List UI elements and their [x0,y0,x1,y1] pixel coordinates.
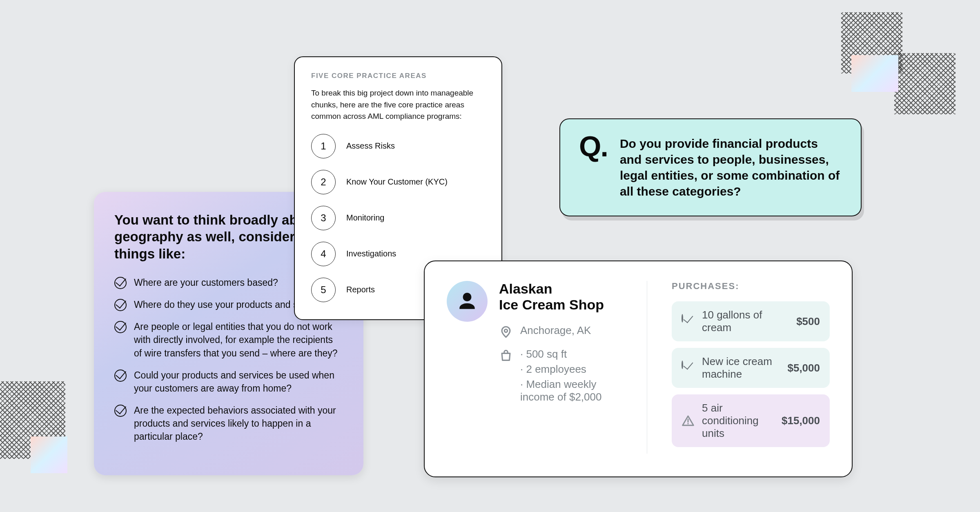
geography-item-text: Are people or legal entities that you do… [134,320,343,360]
question-card: Q. Do you provide financial products and… [559,118,862,216]
step-number-badge: 2 [311,170,336,194]
avatar [447,281,488,322]
geography-item: Are the expected behaviors associated wi… [114,404,343,443]
purchase-row: 10 gallons of cream $500 [672,301,830,341]
practice-item-label: Assess Risks [346,141,395,151]
practice-item: 2 Know Your Customer (KYC) [311,170,485,194]
decor-gradient [31,436,67,473]
business-left: Alaskan Ice Cream Shop Anchorage, AK 500… [447,281,622,454]
business-location-row: Anchorage, AK [499,324,622,339]
business-name-line: Alaskan [499,281,552,296]
practice-eyebrow: FIVE CORE PRACTICE AREAS [311,72,485,80]
geography-item: Are people or legal entities that you do… [114,320,343,360]
practice-item-label: Investigations [346,249,396,258]
business-name: Alaskan Ice Cream Shop [499,281,622,313]
location-pin-icon [499,325,513,339]
check-icon [114,277,127,289]
purchase-price: $500 [796,315,820,328]
business-profile-card: Alaskan Ice Cream Shop Anchorage, AK 500… [424,260,853,477]
step-number-badge: 4 [311,242,336,266]
purchases-label: PURCHASES: [672,281,830,292]
geography-item: Could your products and services be used… [114,369,343,395]
check-icon [114,299,127,311]
practice-intro: To break this big project down into mana… [311,87,485,122]
purchase-price: $15,000 [782,414,820,427]
business-location-text: Anchorage, AK [520,324,591,337]
svg-point-0 [504,329,507,332]
business-fact: Median weekly income of $2,000 [520,378,622,403]
purchase-price: $5,000 [787,362,820,374]
step-number-badge: 3 [311,206,336,230]
business-fact: 500 sq ft [520,348,622,361]
warning-icon [682,414,695,427]
geography-item-text: Are the expected behaviors associated wi… [134,404,343,443]
vertical-divider [647,281,647,454]
question-text: Do you provide financial products and se… [620,136,842,199]
business-facts-list: 500 sq ft 2 employees Median weekly inco… [520,348,622,406]
geography-item-text: Could your products and services be used… [134,369,343,395]
decor-hatch [894,53,956,114]
purchase-name: 5 air conditioning units [702,402,774,440]
svg-point-1 [687,423,688,424]
purchase-name: 10 gallons of cream [702,309,789,334]
decor-gradient [851,55,898,92]
business-name-line: Ice Cream Shop [499,297,604,312]
shopping-bag-icon [499,349,513,363]
step-number-badge: 1 [311,134,336,158]
check-icon [114,405,127,417]
business-purchases: PURCHASES: 10 gallons of cream $500 New … [672,281,830,454]
check-icon [682,361,695,374]
person-icon [456,290,479,313]
step-number-badge: 5 [311,278,336,302]
business-info: Alaskan Ice Cream Shop Anchorage, AK 500… [499,281,622,454]
practice-item-label: Monitoring [346,213,384,223]
purchase-row: New ice cream machine $5,000 [672,348,830,388]
question-letter: Q. [579,134,608,199]
practice-item: 3 Monitoring [311,206,485,230]
practice-item-label: Know Your Customer (KYC) [346,177,448,187]
purchase-row: 5 air conditioning units $15,000 [672,394,830,447]
practice-item-label: Reports [346,285,375,294]
practice-item: 1 Assess Risks [311,134,485,158]
check-icon [114,370,127,382]
business-facts-row: 500 sq ft 2 employees Median weekly inco… [499,348,622,406]
check-icon [114,321,127,333]
check-icon [682,315,695,328]
purchase-name: New ice cream machine [702,355,780,381]
business-fact: 2 employees [520,363,622,376]
